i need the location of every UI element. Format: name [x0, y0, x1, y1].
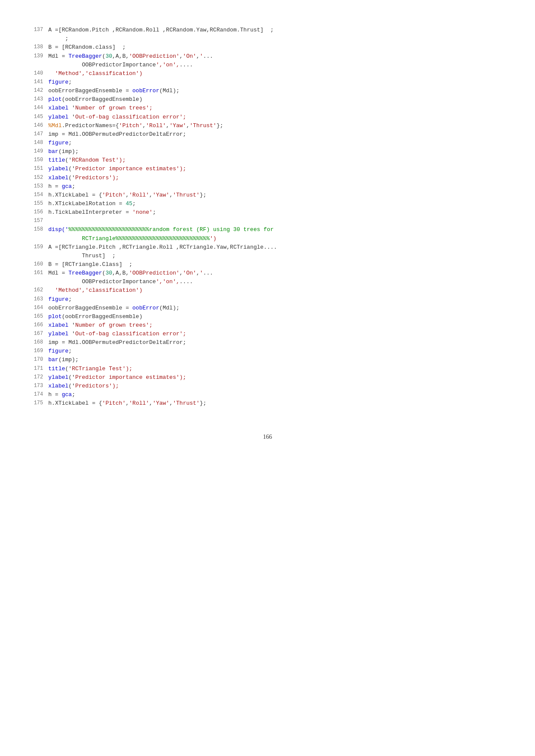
line-content: figure; [48, 78, 509, 87]
line-number: 139 [26, 52, 48, 60]
line-content: RCTriangle%%%%%%%%%%%%%%%%%%%%%%%%%%%%') [48, 234, 509, 243]
line-content: bar(imp); [48, 147, 509, 156]
line-number: 172 [26, 373, 48, 381]
line: RCTriangle%%%%%%%%%%%%%%%%%%%%%%%%%%%%') [26, 234, 509, 243]
line: 174h = gca; [26, 390, 509, 399]
line-number: 170 [26, 356, 48, 364]
line-number: 158 [26, 225, 48, 234]
line: 140 'Method','classification') [26, 69, 509, 78]
line: 161Mdl = TreeBagger(30,A,B,'OOBPredictio… [26, 269, 509, 278]
line-number: 143 [26, 95, 48, 103]
line-content: Thrust] ; [48, 252, 509, 260]
line-content: oobErrorBaggedEnsemble = oobError(Mdl); [48, 87, 509, 95]
line: 138B = [RCRandom.class] ; [26, 43, 509, 52]
line-content: title('RCRandom Test'); [48, 156, 509, 165]
line-number: 140 [26, 69, 48, 78]
line-number: 159 [26, 243, 48, 251]
line: 168imp = Mdl.OOBPermutedPredictorDeltaEr… [26, 338, 509, 347]
line-content: 'Method','classification') [48, 286, 509, 295]
line: 160B = [RCTriangle.Class] ; [26, 260, 509, 269]
line-content: OOBPredictorImportance','on',.... [48, 61, 509, 69]
line: 173xlabel('Predictors'); [26, 382, 509, 390]
line-number: 173 [26, 382, 48, 390]
line: OOBPredictorImportance','on',.... [26, 278, 509, 286]
line: 151ylabel('Predictor importance estimate… [26, 165, 509, 173]
line: 149bar(imp); [26, 147, 509, 156]
line-content: imp = Mdl.OOBPermutedPredictorDeltaError… [48, 130, 509, 139]
line: 165plot(oobErrorBaggedEnsemble) [26, 312, 509, 321]
line-content: figure; [48, 347, 509, 356]
line: 172ylabel('Predictor importance estimate… [26, 373, 509, 382]
line-content: bar(imp); [48, 356, 509, 364]
line-content: imp = Mdl.OOBPermutedPredictorDeltaError… [48, 338, 509, 347]
line-number: 157 [26, 217, 48, 225]
line-content: figure; [48, 295, 509, 304]
line-content: 'Method','classification') [48, 69, 509, 78]
line: 157 [26, 217, 509, 225]
line-number: 149 [26, 147, 48, 156]
line-content: %Mdl.PredictorNames={'Pitch','Roll','Yaw… [48, 122, 509, 130]
line: 152xlabel('Predictors'); [26, 174, 509, 182]
line-content: disp('%%%%%%%%%%%%%%%%%%%%%%%%random for… [48, 225, 509, 234]
line: 166xlabel 'Number of grown trees'; [26, 321, 509, 330]
line-number: 166 [26, 321, 48, 329]
line: 156h.TickLabelInterpreter = 'none'; [26, 208, 509, 217]
line-number: 147 [26, 130, 48, 138]
line-content: Mdl = TreeBagger(30,A,B,'OOBPrediction',… [48, 52, 509, 61]
line-number: 164 [26, 304, 48, 312]
line: 175h.XTickLabel = {'Pitch','Roll','Yaw',… [26, 399, 509, 408]
line-number: 160 [26, 260, 48, 269]
line-content: xlabel('Predictors'); [48, 382, 509, 390]
line: 153h = gca; [26, 182, 509, 191]
line: 167ylabel 'Out-of-bag classification err… [26, 330, 509, 338]
line-content: ylabel('Predictor importance estimates')… [48, 165, 509, 173]
line: 146%Mdl.PredictorNames={'Pitch','Roll','… [26, 122, 509, 130]
line: 143plot(oobErrorBaggedEnsemble) [26, 95, 509, 104]
line: 141figure; [26, 78, 509, 87]
line: 164oobErrorBaggedEnsemble = oobError(Mdl… [26, 304, 509, 312]
line-content: ; [48, 34, 509, 43]
line-number: 156 [26, 208, 48, 216]
line-content: B = [RCTriangle.Class] ; [48, 260, 509, 269]
line: Thrust] ; [26, 252, 509, 260]
code-block: 137A =[RCRandom.Pitch ,RCRandom.Roll ,RC… [26, 17, 509, 408]
line-number: 167 [26, 330, 48, 338]
line-content: ylabel('Predictor importance estimates')… [48, 373, 509, 382]
line-number: 155 [26, 200, 48, 208]
line: 150title('RCRandom Test'); [26, 156, 509, 165]
line-number: 138 [26, 43, 48, 51]
line-content: figure; [48, 139, 509, 147]
line: 144xlabel 'Number of grown trees'; [26, 104, 509, 112]
line-content: h = gca; [48, 390, 509, 399]
line: 155h.XTickLabelRotation = 45; [26, 200, 509, 208]
line-number: 148 [26, 139, 48, 147]
line-content: A =[RCRandom.Pitch ,RCRandom.Roll ,RCRan… [48, 26, 509, 34]
line-content: plot(oobErrorBaggedEnsemble) [48, 95, 509, 104]
line: 137A =[RCRandom.Pitch ,RCRandom.Roll ,RC… [26, 26, 509, 34]
line-content: h.XTickLabelRotation = 45; [48, 200, 509, 208]
line-content: plot(oobErrorBaggedEnsemble) [48, 312, 509, 321]
line-number: 150 [26, 156, 48, 164]
line: 148figure; [26, 139, 509, 147]
line-number: 142 [26, 87, 48, 95]
line-number: 163 [26, 295, 48, 303]
line-content: OOBPredictorImportance','on',.... [48, 278, 509, 286]
line-content: h = gca; [48, 182, 509, 191]
line-number: 169 [26, 347, 48, 355]
line-number: 165 [26, 312, 48, 321]
line-number: 141 [26, 78, 48, 86]
line: 154h.XTickLabel = {'Pitch','Roll','Yaw',… [26, 191, 509, 200]
line-content: ylabel 'Out-of-bag classification error'… [48, 113, 509, 122]
line: 169figure; [26, 347, 509, 356]
line-content: h.TickLabelInterpreter = 'none'; [48, 208, 509, 217]
line-content: xlabel 'Number of grown trees'; [48, 104, 509, 112]
line: 145ylabel 'Out-of-bag classification err… [26, 113, 509, 122]
line-content: xlabel('Predictors'); [48, 174, 509, 182]
line-number: 175 [26, 399, 48, 407]
line: 162 'Method','classification') [26, 286, 509, 295]
page-number: 166 [26, 434, 509, 440]
line-number: 162 [26, 286, 48, 294]
line: 142oobErrorBaggedEnsemble = oobError(Mdl… [26, 87, 509, 95]
line-number: 145 [26, 113, 48, 121]
line-content: B = [RCRandom.class] ; [48, 43, 509, 52]
